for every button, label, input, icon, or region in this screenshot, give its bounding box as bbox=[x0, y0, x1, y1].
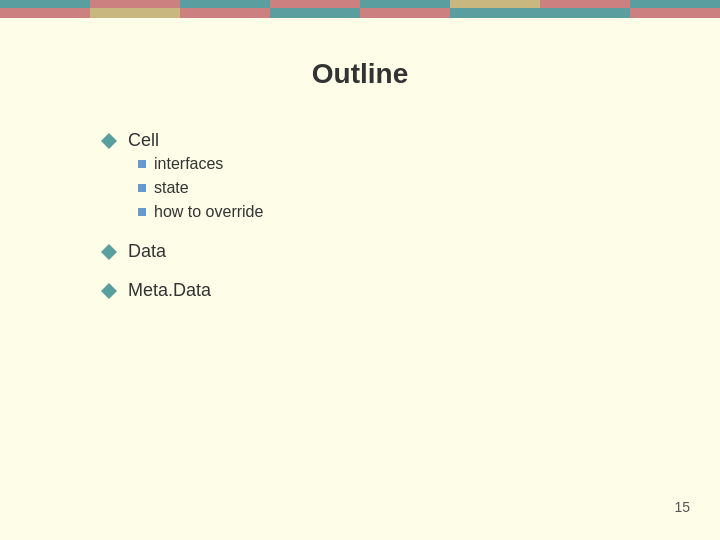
sub-label-override: how to override bbox=[154, 203, 263, 221]
bar-segment-6 bbox=[450, 0, 540, 18]
cell-content: Cell interfaces state how to override bbox=[128, 130, 263, 227]
cell-sub-list: interfaces state how to override bbox=[128, 155, 263, 221]
bar-segment-3 bbox=[180, 0, 270, 18]
bar-segment-5 bbox=[360, 0, 450, 18]
sub-item-override: how to override bbox=[138, 203, 263, 221]
sub-label-interfaces: interfaces bbox=[154, 155, 223, 173]
bottom-bar-segment-2 bbox=[90, 522, 180, 540]
list-item-cell: Cell interfaces state how to override bbox=[100, 130, 640, 227]
list-item-data: Data bbox=[100, 241, 640, 266]
sub-bullet-state bbox=[138, 184, 146, 192]
top-decorative-bar bbox=[0, 0, 720, 18]
bullet-data bbox=[100, 241, 118, 266]
bullet-metadata bbox=[100, 280, 118, 305]
page-title: Outline bbox=[80, 58, 640, 90]
bottom-decorative-bar bbox=[0, 522, 720, 540]
svg-marker-0 bbox=[101, 133, 117, 149]
main-content: Outline Cell interfaces state bbox=[0, 18, 720, 359]
bar-segment-2 bbox=[90, 0, 180, 18]
list-item-metadata: Meta.Data bbox=[100, 280, 640, 305]
bar-segment-8 bbox=[630, 0, 720, 18]
bar-segment-1 bbox=[0, 0, 90, 18]
svg-marker-1 bbox=[101, 244, 117, 260]
sub-bullet-interfaces bbox=[138, 160, 146, 168]
sub-item-interfaces: interfaces bbox=[138, 155, 263, 173]
bar-segment-4 bbox=[270, 0, 360, 18]
data-label: Data bbox=[128, 241, 166, 262]
cell-label: Cell bbox=[128, 130, 159, 150]
bullet-cell bbox=[100, 130, 118, 155]
bottom-bar-segment-1 bbox=[0, 522, 90, 540]
sub-label-state: state bbox=[154, 179, 189, 197]
svg-marker-2 bbox=[101, 283, 117, 299]
page-number: 15 bbox=[674, 499, 690, 515]
bottom-bar-segment-8 bbox=[630, 522, 720, 540]
bottom-bar-segment-6 bbox=[450, 522, 540, 540]
bottom-bar-segment-7 bbox=[540, 522, 630, 540]
bar-segment-7 bbox=[540, 0, 630, 18]
sub-bullet-override bbox=[138, 208, 146, 216]
bottom-bar-segment-5 bbox=[360, 522, 450, 540]
bottom-bar-segment-4 bbox=[270, 522, 360, 540]
sub-item-state: state bbox=[138, 179, 263, 197]
outline-list: Cell interfaces state how to override bbox=[80, 130, 640, 305]
bottom-bar-segment-3 bbox=[180, 522, 270, 540]
metadata-label: Meta.Data bbox=[128, 280, 211, 301]
